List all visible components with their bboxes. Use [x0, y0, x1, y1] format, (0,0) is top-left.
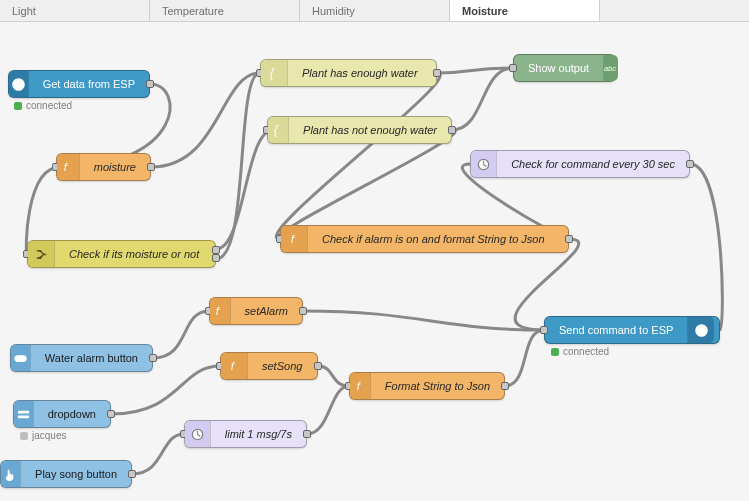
- node-plant-enough-water[interactable]: { Plant has enough water: [260, 59, 437, 87]
- template-icon: {: [261, 60, 287, 86]
- svg-text:{: {: [269, 66, 274, 80]
- node-label: Get data from ESP: [29, 78, 149, 90]
- node-label: Show output: [514, 62, 603, 74]
- node-play-song-button[interactable]: Play song button: [0, 460, 132, 488]
- node-rate-limit[interactable]: limit 1 msg/7s: [184, 420, 307, 448]
- svg-text:f: f: [230, 360, 235, 372]
- tab-label: Temperature: [162, 5, 224, 17]
- node-set-alarm[interactable]: f setAlarm: [209, 297, 303, 325]
- svg-point-1: [16, 82, 20, 86]
- function-icon: f: [350, 373, 370, 399]
- function-icon: f: [210, 298, 230, 324]
- svg-point-9: [17, 356, 21, 360]
- node-format-string-json[interactable]: f Format String to Json: [349, 372, 505, 400]
- svg-rect-13: [18, 415, 29, 418]
- function-icon: f: [57, 154, 79, 180]
- status-text: connected: [26, 100, 72, 111]
- node-show-output[interactable]: Show output abc: [513, 54, 616, 82]
- hand-icon: [1, 461, 20, 487]
- node-label: Water alarm button: [31, 352, 152, 364]
- tab-light[interactable]: Light: [0, 0, 150, 21]
- timer-icon: [185, 421, 210, 447]
- node-status: connected: [551, 346, 609, 357]
- tab-label: Humidity: [312, 5, 355, 17]
- svg-point-17: [699, 328, 703, 332]
- node-label: setSong: [248, 360, 316, 372]
- node-dropdown[interactable]: dropdown: [13, 400, 111, 428]
- tab-label: Light: [12, 5, 36, 17]
- svg-rect-12: [18, 410, 29, 413]
- node-send-command-esp[interactable]: Send command to ESP: [544, 316, 720, 344]
- node-label: Format String to Json: [371, 380, 504, 392]
- node-label: limit 1 msg/7s: [211, 428, 306, 440]
- svg-text:abc: abc: [604, 64, 616, 73]
- dropdown-icon: [14, 401, 33, 427]
- debug-icon: abc: [603, 55, 618, 81]
- svg-text:f: f: [290, 233, 295, 245]
- node-label: Check if alarm is on and format String t…: [308, 233, 559, 245]
- node-label: Plant has not enough water: [289, 124, 451, 136]
- node-label: Check for command every 30 sec: [497, 158, 689, 170]
- tab-bar: Light Temperature Humidity Moisture: [0, 0, 749, 22]
- flow-canvas[interactable]: Get data from ESP connected f moisture C…: [0, 22, 749, 501]
- svg-text:f: f: [64, 161, 69, 173]
- node-status: connected: [14, 100, 72, 111]
- switch-icon: [28, 241, 54, 267]
- node-set-song[interactable]: f setSong: [220, 352, 318, 380]
- svg-text:f: f: [356, 380, 361, 392]
- tab-humidity[interactable]: Humidity: [300, 0, 450, 21]
- node-status: jacques: [20, 430, 66, 441]
- node-label: Plant has enough water: [288, 67, 432, 79]
- template-icon: {: [268, 117, 288, 143]
- node-get-data-from-esp[interactable]: Get data from ESP: [8, 70, 150, 98]
- status-text: connected: [563, 346, 609, 357]
- node-label: Play song button: [21, 468, 131, 480]
- node-label: Send command to ESP: [545, 324, 687, 336]
- node-label: setAlarm: [231, 305, 302, 317]
- status-dot: [14, 102, 22, 110]
- node-label: Check if its moisture or not: [55, 248, 213, 260]
- switch-ui-icon: [11, 345, 30, 371]
- tab-empty: [600, 0, 749, 21]
- status-text: jacques: [32, 430, 66, 441]
- status-dot: [551, 348, 559, 356]
- node-moisture[interactable]: f moisture: [56, 153, 151, 181]
- node-plant-not-enough-water[interactable]: { Plant has not enough water: [267, 116, 452, 144]
- node-check-alarm-format[interactable]: f Check if alarm is on and format String…: [280, 225, 569, 253]
- timer-icon: [471, 151, 496, 177]
- node-label: dropdown: [34, 408, 110, 420]
- node-check-command-interval[interactable]: Check for command every 30 sec: [470, 150, 690, 178]
- function-icon: f: [221, 353, 247, 379]
- tab-label: Moisture: [462, 5, 508, 17]
- tab-temperature[interactable]: Temperature: [150, 0, 300, 21]
- status-dot: [20, 432, 28, 440]
- tab-moisture[interactable]: Moisture: [450, 0, 600, 21]
- svg-text:f: f: [216, 305, 221, 317]
- function-icon: f: [281, 226, 307, 252]
- node-check-moisture-switch[interactable]: Check if its moisture or not: [27, 240, 216, 268]
- node-label: moisture: [80, 161, 150, 173]
- svg-text:{: {: [273, 123, 278, 137]
- arduino-icon: [688, 317, 714, 343]
- arduino-icon: [9, 71, 28, 97]
- node-water-alarm-button[interactable]: Water alarm button: [10, 344, 153, 372]
